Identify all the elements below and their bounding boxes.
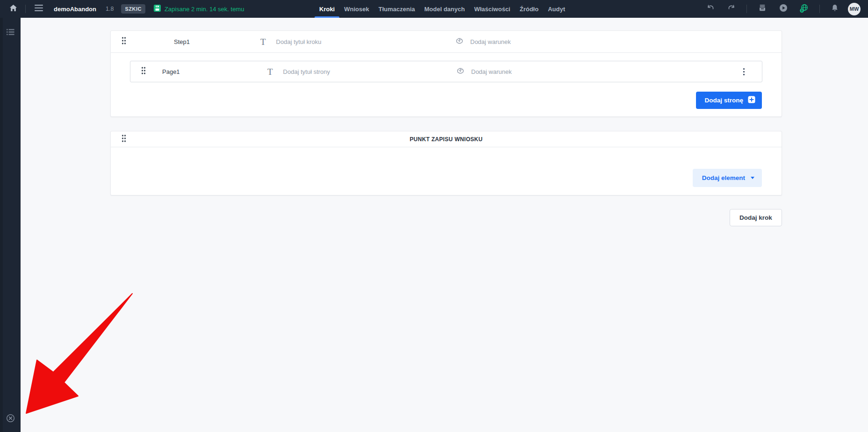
play-icon	[779, 3, 788, 14]
avatar[interactable]: MW	[848, 3, 861, 15]
menu-button[interactable]	[30, 0, 47, 18]
page-name: Page1	[162, 68, 180, 75]
step-condition-placeholder: Dodaj warunek	[470, 38, 511, 45]
run-button[interactable]	[773, 0, 794, 18]
add-page-button[interactable]: Dodaj stronę	[696, 92, 762, 109]
page-title-placeholder: Dodaj tytuł strony	[283, 68, 330, 75]
topbar-divider	[25, 5, 26, 13]
tab-wlasciwosci[interactable]: Właściwości	[474, 0, 510, 18]
topbar-divider-2	[746, 5, 747, 13]
save-status: Zapisane 2 min. 14 sek. temu	[154, 5, 244, 13]
step-title-field[interactable]: T Dodaj tytuł kroku	[260, 37, 321, 46]
step-name: Step1	[174, 38, 190, 45]
hamburger-icon	[35, 5, 43, 13]
home-icon	[9, 4, 17, 14]
undo-icon	[706, 3, 715, 14]
step-header-row: Step1 T Dodaj tytuł kroku Dodaj warunek	[111, 31, 782, 53]
redo-icon	[727, 3, 736, 14]
typography-icon: T	[260, 37, 266, 46]
save-point-card: PUNKT ZAPISU WNIOSKU Dodaj element	[110, 131, 782, 195]
undo-button[interactable]	[700, 0, 721, 18]
step-card: Step1 T Dodaj tytuł kroku Dodaj warunek …	[110, 30, 782, 117]
tab-wniosek[interactable]: Wniosek	[344, 0, 369, 18]
kebab-icon	[743, 68, 745, 70]
topbar-left: demoAbandon 1.8 SZKIC Zapisane 2 min. 14…	[0, 0, 244, 18]
page-condition-placeholder: Dodaj warunek	[471, 68, 512, 75]
close-panel-button[interactable]	[0, 411, 21, 426]
drag-handle-icon	[141, 67, 146, 77]
archive-button[interactable]	[752, 0, 773, 18]
sidebar	[0, 18, 21, 432]
project-version: 1.8	[106, 6, 114, 12]
tab-kroki[interactable]: Kroki	[319, 0, 335, 18]
topbar-right: 0 MW	[700, 0, 863, 18]
notification-count-badge: 0	[801, 9, 803, 12]
topbar: demoAbandon 1.8 SZKIC Zapisane 2 min. 14…	[0, 0, 868, 18]
redo-button[interactable]	[721, 0, 742, 18]
globe-icon: 0	[799, 3, 809, 15]
add-step-button[interactable]: Dodaj krok	[730, 209, 782, 226]
save-icon	[154, 5, 161, 13]
step-condition-field[interactable]: Dodaj warunek	[455, 37, 511, 47]
save-point-header-row: PUNKT ZAPISU WNIOSKU	[111, 131, 782, 147]
brain-icon	[455, 37, 464, 47]
archive-icon	[758, 3, 767, 14]
add-page-label: Dodaj stronę	[704, 97, 743, 104]
page-title-field[interactable]: T Dodaj tytuł strony	[267, 67, 330, 76]
save-status-text: Zapisane 2 min. 14 sek. temu	[165, 6, 244, 13]
status-badge: SZKIC	[121, 4, 145, 14]
add-element-label: Dodaj element	[702, 174, 745, 181]
save-point-title: PUNKT ZAPISU WNIOSKU	[410, 136, 483, 143]
home-button[interactable]	[6, 0, 21, 18]
tab-tlumaczenia[interactable]: Tłumaczenia	[379, 0, 415, 18]
list-icon	[7, 29, 14, 37]
tab-zrodlo[interactable]: Źródło	[520, 0, 538, 18]
page-drag-handle[interactable]	[141, 67, 146, 77]
tab-audyt[interactable]: Audyt	[548, 0, 565, 18]
language-button[interactable]: 0	[794, 0, 815, 18]
add-element-button[interactable]: Dodaj element	[693, 169, 762, 187]
brain-icon	[456, 67, 465, 77]
save-point-drag-handle[interactable]	[121, 134, 127, 144]
step-title-placeholder: Dodaj tytuł kroku	[276, 38, 322, 45]
main-content: Step1 T Dodaj tytuł kroku Dodaj warunek …	[21, 18, 868, 432]
drag-handle-icon	[121, 37, 127, 47]
page-row: Page1 T Dodaj tytuł strony Dodaj warunek	[130, 61, 762, 82]
steps-list-button[interactable]	[0, 25, 21, 40]
main-nav-tabs: Kroki Wniosek Tłumaczenia Model danych W…	[319, 0, 565, 18]
user-menu-button[interactable]: MW	[845, 0, 863, 18]
drag-handle-icon	[121, 134, 127, 144]
project-title: demoAbandon	[54, 6, 96, 13]
plus-square-icon	[748, 96, 755, 105]
notifications-button[interactable]	[825, 0, 845, 18]
bell-icon	[831, 4, 839, 14]
typography-icon: T	[267, 67, 273, 76]
step-drag-handle[interactable]	[121, 37, 127, 47]
circle-x-icon	[6, 414, 15, 425]
chevron-down-icon	[751, 177, 754, 179]
tab-model-danych[interactable]: Model danych	[424, 0, 465, 18]
page-menu-button[interactable]	[739, 66, 748, 77]
topbar-divider-3	[819, 5, 820, 13]
page-condition-field[interactable]: Dodaj warunek	[456, 67, 512, 77]
